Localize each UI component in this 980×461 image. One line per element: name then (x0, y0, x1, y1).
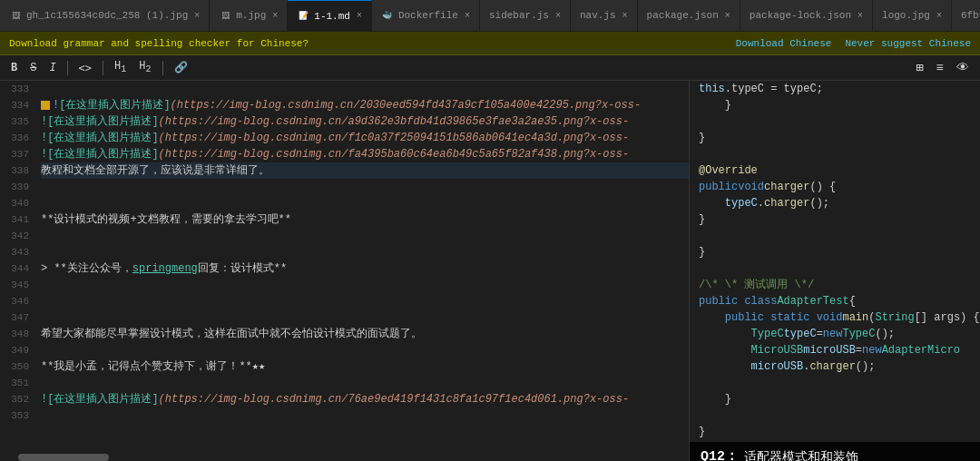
java-line: public static void main(String[] args) { (690, 309, 980, 326)
line-item (41, 195, 689, 211)
java-line: } (690, 211, 980, 228)
toolbar-separator (67, 61, 68, 75)
tab-navjs[interactable]: nav.js × (571, 0, 638, 32)
code-button[interactable]: <> (75, 60, 95, 76)
java-line (690, 407, 980, 424)
view-split-icon[interactable]: ⊞ (912, 58, 926, 77)
line-item: 教程和文档全部开源了，应该说是非常详细了。 (41, 162, 689, 179)
tab-6fb9[interactable]: 6fb9 × (952, 0, 980, 32)
q12-chinese-text: 适配器模式和和装饰 (744, 449, 858, 461)
image-icon: 🖼 (9, 9, 22, 22)
java-line: /\* \* 测试调用 \*/ (690, 277, 980, 293)
toolbar-separator2 (103, 61, 103, 75)
view-list-icon[interactable]: ≡ (933, 59, 947, 77)
java-line (690, 146, 980, 162)
java-line: } (690, 424, 980, 440)
java-line: } (690, 244, 980, 260)
bold-button[interactable]: B (7, 60, 21, 76)
java-line: public class AdapterTest { (690, 293, 980, 309)
tab-close[interactable]: × (725, 11, 730, 21)
line-item: > **关注公众号，springmeng 回复：设计模式** (41, 260, 689, 277)
line-item: ![在这里插入图片描述](https://img-blog.csdnimg.cn… (41, 130, 689, 146)
line-item (41, 309, 689, 326)
tab-packagelockjson[interactable]: package-lock.json × (740, 0, 873, 32)
line-numbers: 333 334 335 336 337 338 339 340 341 342 … (0, 81, 36, 461)
line-item: ![在这里插入图片描述](https://img-blog.csdnimg.cn… (41, 146, 689, 162)
never-suggest-action[interactable]: Never suggest Chinese (845, 38, 971, 49)
line-item (41, 179, 689, 195)
line-item: **设计模式的视频+文档教程，需要的拿去学习吧** (41, 211, 689, 228)
download-chinese-action[interactable]: Download Chinese (736, 38, 832, 49)
line-item: **我是小孟，记得点个赞支持下，谢了！** ★★ (41, 358, 689, 375)
image-icon: 🖼 (219, 9, 231, 22)
line-item (41, 277, 689, 293)
tab-close[interactable]: × (194, 11, 200, 21)
docker-icon: 🐳 (381, 9, 394, 22)
line-item: 希望大家都能尽早掌握设计模式，这样在面试中就不会怕设计模式的面试题了。 (41, 326, 689, 342)
java-line: } (690, 391, 980, 407)
editor-text-content[interactable]: ![在这里插入图片描述](https://img-blog.csdnimg.cn… (36, 81, 689, 461)
java-line (690, 375, 980, 391)
scrollbar-thumb[interactable] (18, 454, 109, 461)
line-item: ![在这里插入图片描述](https://img-blog.csdnimg.cn… (41, 97, 689, 113)
line-item (41, 342, 689, 358)
tab-close[interactable]: × (936, 11, 942, 21)
tab-bar: 🖼 gh_1c155634c0dc_258 (1).jpg × 🖼 m.jpg … (0, 0, 980, 32)
strikethrough-button[interactable]: S (26, 60, 40, 76)
java-line: MicroUSB microUSB = new AdapterMicro (690, 342, 980, 358)
line-item: ![在这里插入图片描述](https://img-blog.csdnimg.cn… (41, 113, 689, 130)
md-icon: 📝 (297, 10, 309, 23)
tab-close[interactable]: × (858, 11, 863, 21)
java-line: @Override (690, 162, 980, 179)
tab-close[interactable]: × (465, 11, 470, 21)
toolbar-separator3 (162, 61, 163, 75)
line-item (41, 244, 689, 260)
tab-close[interactable]: × (357, 11, 362, 21)
java-line (690, 113, 980, 130)
line-item (41, 293, 689, 309)
java-line: TypeC typeC = new TypeC(); (690, 326, 980, 342)
java-line (690, 260, 980, 277)
tab-image1[interactable]: 🖼 gh_1c155634c0dc_258 (1).jpg × (0, 0, 210, 32)
h2-button[interactable]: H2 (135, 58, 154, 76)
line-item (41, 81, 689, 97)
tab-m-jpg[interactable]: 🖼 m.jpg × (210, 0, 288, 32)
tab-dockerfile[interactable]: 🐳 Dockerfile × (372, 0, 480, 32)
tab-close[interactable]: × (555, 11, 561, 21)
notification-message: Download grammar and spelling checker fo… (9, 38, 309, 49)
java-line: microUSB.charger(); (690, 358, 980, 375)
h1-button[interactable]: H1 (111, 58, 130, 76)
tab-md[interactable]: 📝 1-1.md × (288, 0, 372, 32)
java-line: public void charger() { (690, 179, 980, 195)
tab-sidebarjs[interactable]: sidebar.js × (480, 0, 571, 32)
java-line (690, 228, 980, 244)
line-item (41, 407, 689, 424)
link-button[interactable]: 🔗 (171, 59, 191, 76)
java-code-content: this.typeC = typeC; } } @Override public… (690, 81, 980, 461)
editor-toolbar: B S I <> H1 H2 🔗 ⊞ ≡ 👁 (0, 55, 980, 81)
view-preview-icon[interactable]: 👁 (953, 59, 973, 77)
java-line: this.typeC = typeC; (690, 81, 980, 97)
notification-bar: Download grammar and spelling checker fo… (0, 32, 980, 55)
markdown-editor[interactable]: 333 334 335 336 337 338 339 340 341 342 … (0, 81, 690, 461)
tab-logojpg[interactable]: logo.jpg × (873, 0, 952, 32)
java-line: } (690, 130, 980, 146)
q12-preview-bar: Q12： 适配器模式和和装饰 (690, 442, 980, 461)
editor-area: 333 334 335 336 337 338 339 340 341 342 … (0, 81, 980, 461)
java-line: typeC.charger(); (690, 195, 980, 211)
horizontal-scrollbar[interactable] (0, 454, 689, 461)
q12-label: Q12： (701, 449, 739, 461)
java-line: } (690, 97, 980, 113)
tab-close[interactable]: × (272, 11, 278, 21)
italic-button[interactable]: I (45, 60, 59, 76)
tab-packagejson[interactable]: package.json × (638, 0, 740, 32)
line-item: ![在这里插入图片描述](https://img-blog.csdnimg.cn… (41, 391, 689, 407)
tab-close[interactable]: × (622, 11, 628, 21)
line-item (41, 375, 689, 391)
yellow-square-icon (41, 101, 50, 110)
java-editor[interactable]: this.typeC = typeC; } } @Override public… (690, 81, 980, 461)
line-item (41, 228, 689, 244)
notification-actions: Download Chinese Never suggest Chinese (736, 38, 971, 49)
